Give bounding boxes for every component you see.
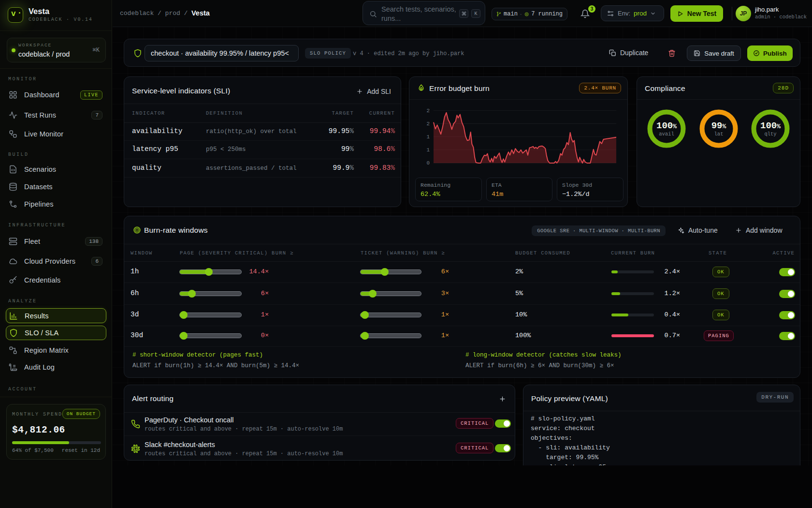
- svg-text:0: 0: [426, 160, 430, 166]
- svg-text:1: 1: [426, 134, 430, 140]
- svg-text:2: 2: [426, 121, 430, 127]
- svg-text:2: 2: [426, 108, 430, 114]
- svg-text:1: 1: [426, 147, 430, 153]
